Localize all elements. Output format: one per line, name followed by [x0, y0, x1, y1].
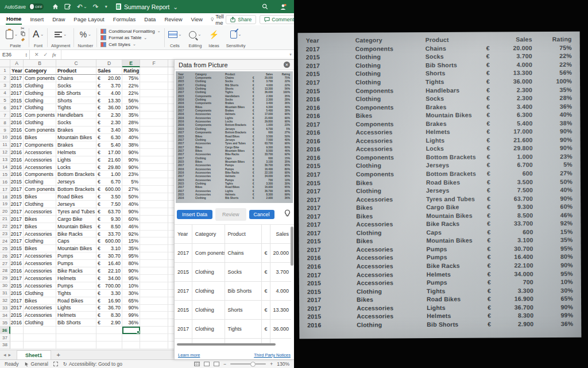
- preview-cell[interactable]: Clothing: [192, 282, 225, 300]
- cell[interactable]: [140, 97, 168, 105]
- preview-cell[interactable]: Com ponents: [192, 339, 225, 343]
- cell-styles-button[interactable]: Cell Styles ⌄: [100, 42, 160, 47]
- row-header-17[interactable]: 17: [0, 186, 10, 193]
- cell[interactable]: [122, 342, 140, 349]
- cell[interactable]: [140, 260, 168, 267]
- cell[interactable]: 90%: [122, 149, 140, 156]
- toolbar-overflow-button[interactable]: ▾: [105, 4, 107, 9]
- cell[interactable]: [140, 134, 168, 141]
- autosave-toggle[interactable]: OFF: [29, 3, 44, 10]
- cell[interactable]: 2016: [10, 126, 24, 134]
- cell[interactable]: €6.70: [96, 178, 122, 186]
- cell[interactable]: €21.60: [96, 156, 122, 164]
- cell[interactable]: Socks: [56, 119, 96, 126]
- column-header-A[interactable]: A: [10, 60, 24, 67]
- cell[interactable]: 90%: [122, 305, 140, 312]
- row-header-26[interactable]: 26: [0, 252, 10, 260]
- cell[interactable]: 2015: [10, 82, 24, 90]
- cell[interactable]: Bikes: [24, 223, 56, 231]
- cell[interactable]: €7.50: [96, 201, 122, 208]
- share-button[interactable]: Share: [226, 15, 256, 24]
- normal-view-button[interactable]: [194, 362, 200, 366]
- cell[interactable]: €30.70: [96, 252, 122, 260]
- cell[interactable]: Bike Racks: [56, 267, 96, 275]
- cell[interactable]: Components: [24, 141, 56, 149]
- preview-cell[interactable]: Tights: [225, 320, 262, 338]
- preview-cell[interactable]: Com ponents: [192, 244, 225, 262]
- cell[interactable]: Brakes: [56, 141, 96, 149]
- cell[interactable]: €3.40: [96, 126, 122, 134]
- tab-formulas[interactable]: Formulas: [113, 14, 137, 24]
- cell[interactable]: 2015: [10, 97, 24, 105]
- cell[interactable]: [10, 342, 24, 349]
- cell[interactable]: Bikes: [24, 193, 56, 201]
- cell[interactable]: 90%: [122, 267, 140, 275]
- cell[interactable]: [140, 82, 168, 90]
- cell[interactable]: 2016: [10, 156, 24, 164]
- cell[interactable]: 65%: [122, 297, 140, 305]
- cell[interactable]: [10, 327, 24, 334]
- cell[interactable]: 95%: [122, 275, 140, 282]
- preview-cell[interactable]: 2017: [175, 320, 192, 338]
- cell[interactable]: 2017: [10, 208, 24, 216]
- cell[interactable]: Clothing: [24, 290, 56, 297]
- cell[interactable]: Lights: [56, 305, 96, 312]
- cell[interactable]: [140, 334, 168, 342]
- cell[interactable]: Chains: [56, 75, 96, 82]
- cell[interactable]: [140, 282, 168, 290]
- preview-cell[interactable]: 2.300: [270, 339, 291, 343]
- redo-button[interactable]: ↷: [93, 3, 99, 11]
- row-header-14[interactable]: 14: [0, 164, 10, 171]
- preview-cell[interactable]: 2017: [175, 282, 192, 300]
- cell[interactable]: €3.70: [96, 82, 122, 90]
- cell[interactable]: 90%: [122, 156, 140, 164]
- cell[interactable]: 2017: [10, 216, 24, 223]
- row-header-11[interactable]: 11: [0, 141, 10, 149]
- cell[interactable]: €2.90: [96, 319, 122, 327]
- column-header-D[interactable]: D: [96, 60, 122, 67]
- row-header-20[interactable]: 20: [0, 208, 10, 216]
- cell[interactable]: Handlebars: [56, 112, 96, 119]
- formula-bar-expand-icon[interactable]: ▾: [287, 50, 294, 59]
- cell[interactable]: 38%: [122, 141, 140, 149]
- cell[interactable]: 23%: [122, 171, 140, 178]
- cell[interactable]: €13.30: [96, 97, 122, 105]
- preview-cell[interactable]: Socks: [225, 263, 262, 281]
- cell[interactable]: Components: [24, 171, 56, 178]
- cell[interactable]: €4.00: [96, 90, 122, 97]
- cell[interactable]: [140, 193, 168, 201]
- cell[interactable]: [140, 297, 168, 305]
- insert-data-button[interactable]: Insert Data: [177, 210, 212, 219]
- cell[interactable]: Socks: [56, 82, 96, 90]
- cell[interactable]: 99%: [122, 312, 140, 319]
- home-icon[interactable]: [52, 3, 59, 10]
- cell[interactable]: 40%: [122, 201, 140, 208]
- cell[interactable]: Clothing: [24, 82, 56, 90]
- format-painter-icon[interactable]: [21, 37, 25, 43]
- cell[interactable]: €16.90: [96, 297, 122, 305]
- cell[interactable]: [140, 327, 168, 334]
- tell-me-button[interactable]: Tell me: [211, 13, 226, 26]
- cell[interactable]: Category: [24, 67, 56, 75]
- cell[interactable]: 2017: [10, 141, 24, 149]
- row-header-36[interactable]: 36: [0, 327, 10, 334]
- lightbulb-icon[interactable]: [284, 209, 291, 220]
- preview-cell[interactable]: €: [262, 301, 270, 319]
- cell[interactable]: 2017: [10, 275, 24, 282]
- cell[interactable]: [140, 141, 168, 149]
- cell[interactable]: [140, 178, 168, 186]
- cell[interactable]: €8.30: [96, 312, 122, 319]
- zoom-slider[interactable]: [230, 363, 266, 365]
- cell[interactable]: [24, 334, 56, 342]
- cell[interactable]: 90%: [122, 164, 140, 171]
- cell[interactable]: 2016: [10, 119, 24, 126]
- cell[interactable]: 2015: [10, 112, 24, 119]
- cell[interactable]: 22%: [122, 90, 140, 97]
- row-header-5[interactable]: 5: [0, 97, 10, 105]
- cell[interactable]: 2017: [10, 252, 24, 260]
- preview-cell[interactable]: €: [262, 339, 270, 343]
- cell[interactable]: 2017: [10, 75, 24, 82]
- cell[interactable]: 2015: [10, 282, 24, 290]
- preview-cell[interactable]: Clothing: [192, 263, 225, 281]
- preview-row[interactable]: 2015Com ponentsHandlebars€2.30035%: [175, 339, 291, 343]
